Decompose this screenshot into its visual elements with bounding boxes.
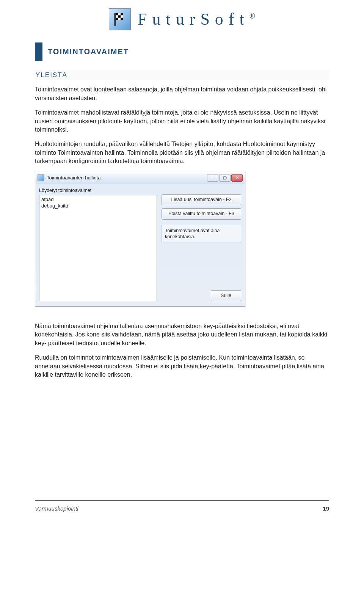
svg-rect-0 (114, 13, 116, 26)
footer-section: Varmuuskopiointi (35, 505, 78, 512)
brand-name: FuturSoft® (138, 8, 255, 31)
document-body: TOIMINTOAVAIMET YLEISTÄ Toimintoavaimet … (0, 42, 364, 379)
page-footer: Varmuuskopiointi 19 (0, 500, 364, 523)
footer-rule (35, 500, 329, 501)
svg-rect-1 (116, 13, 118, 15)
dialog-left-pane: Löydetyt toimintoavaimet afpad debug_kui… (39, 187, 157, 302)
svg-rect-3 (121, 13, 123, 15)
svg-rect-5 (118, 15, 121, 17)
paragraph: Nämä toimintoavaimet ohjelma tallentaa a… (35, 322, 329, 347)
svg-rect-4 (116, 15, 118, 17)
heading-2: YLEISTÄ (35, 70, 329, 80)
dialog-right-pane: Lisää uusi toimintoavain - F2 Poista val… (162, 187, 241, 302)
dialog-window: Toimintoavainten hallinta – ▢ ✕ Löydetyt… (35, 172, 245, 307)
add-key-button[interactable]: Lisää uusi toimintoavain - F2 (162, 194, 241, 206)
list-item[interactable]: debug_kuitti (41, 203, 155, 209)
svg-rect-9 (121, 18, 123, 20)
page-header: FuturSoft® (0, 0, 364, 42)
key-listbox[interactable]: afpad debug_kuitti (39, 195, 157, 301)
paragraph: Toimintoavaimet mahdollistavat räätälöit… (35, 108, 329, 134)
checkered-flag-icon (109, 8, 131, 30)
window-controls: – ▢ ✕ (207, 174, 243, 182)
remove-key-button[interactable]: Poista valittu toimintoavain - F3 (162, 208, 241, 220)
close-icon[interactable]: ✕ (231, 174, 243, 182)
close-row: Sulje (162, 290, 241, 302)
svg-rect-6 (121, 15, 123, 17)
app-icon (38, 174, 44, 181)
paragraph: Ruudulla on toiminnot toimintoavaimen li… (35, 354, 329, 379)
dialog-title: Toimintoavainten hallinta (47, 174, 207, 181)
listbox-label: Löydetyt toimintoavaimet (39, 187, 157, 194)
maximize-button[interactable]: ▢ (219, 174, 231, 182)
page-number: 19 (323, 505, 329, 512)
heading-1: TOIMINTOAVAIMET (48, 46, 329, 57)
minimize-button[interactable]: – (207, 174, 218, 182)
list-item[interactable]: afpad (41, 196, 155, 203)
close-button[interactable]: Sulje (211, 290, 241, 302)
svg-rect-7 (116, 18, 118, 20)
info-box: Toimintoavaimet ovat aina konekohtaisia. (162, 225, 241, 243)
paragraph: Toimintoavaimet ovat luonteeltaan salasa… (35, 85, 329, 102)
dialog-body: Löydetyt toimintoavaimet afpad debug_kui… (35, 184, 245, 307)
svg-rect-8 (118, 18, 121, 20)
svg-rect-2 (118, 13, 121, 15)
dialog-titlebar[interactable]: Toimintoavainten hallinta – ▢ ✕ (35, 172, 245, 184)
title-block: TOIMINTOAVAIMET (35, 42, 329, 61)
paragraph: Huoltotoimintojen ruudulta, päävalikon v… (35, 140, 329, 165)
